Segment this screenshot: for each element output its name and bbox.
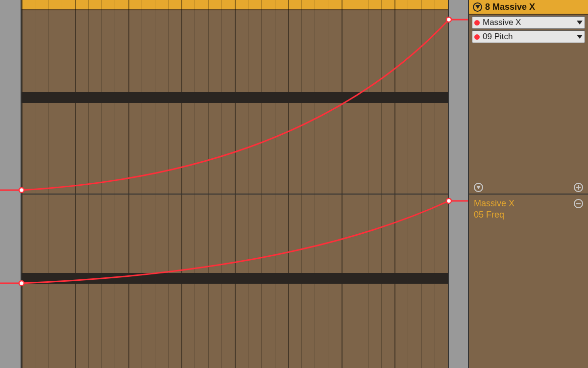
automation-active-dot-icon — [474, 34, 480, 40]
app-root: 8 Massive X Massive X 09 Pitch — [0, 0, 588, 368]
lane-zero-band-2 — [22, 273, 448, 284]
lane-divider — [0, 194, 468, 195]
editor-background — [22, 0, 448, 368]
svg-marker-0 — [475, 5, 480, 9]
track-sidebar: 8 Massive X Massive X 09 Pitch — [468, 0, 588, 368]
svg-marker-1 — [476, 186, 481, 189]
add-lane-button[interactable] — [574, 183, 583, 192]
chevron-down-icon — [577, 35, 583, 39]
device-chooser-label: Massive X — [483, 18, 574, 27]
track-name: Massive X — [492, 2, 535, 12]
lane1-footer — [469, 178, 588, 194]
lane-fold-button[interactable] — [474, 183, 483, 192]
lane2-param-name: 05 Freq — [474, 209, 583, 221]
editor-margin-right — [448, 0, 468, 368]
chevron-down-icon — [577, 21, 583, 25]
lane-zero-band-1 — [22, 92, 448, 103]
clip-header-bar[interactable] — [22, 0, 448, 10]
remove-lane-button[interactable] — [574, 199, 583, 208]
parameter-chooser-label: 09 Pitch — [483, 32, 574, 42]
track-number: 8 — [485, 2, 490, 12]
sidebar-lane-divider — [469, 194, 588, 195]
track-header[interactable]: 8 Massive X — [469, 0, 588, 15]
track-title: 8 Massive X — [485, 2, 535, 12]
parameter-chooser[interactable]: 09 Pitch — [472, 30, 585, 43]
editor-margin-left — [0, 0, 22, 368]
lane2-header: Massive X 05 Freq — [469, 195, 588, 221]
device-chooser[interactable]: Massive X — [472, 16, 585, 29]
automation-editor[interactable] — [0, 0, 468, 368]
lane2-device-name: Massive X — [474, 198, 514, 209]
automation-active-dot-icon — [474, 20, 480, 25]
track-fold-button[interactable] — [473, 2, 482, 12]
